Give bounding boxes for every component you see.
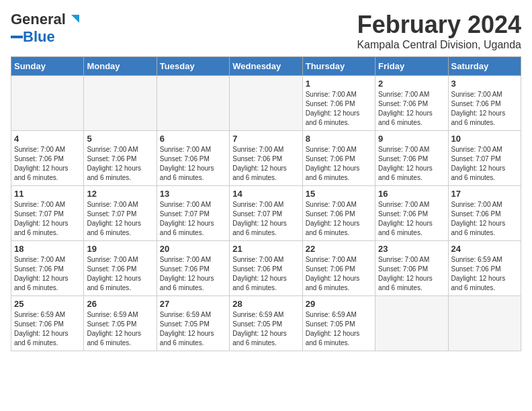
calendar-day-cell: 20Sunrise: 7:00 AM Sunset: 7:06 PM Dayli…	[157, 241, 229, 296]
day-info: Sunrise: 7:00 AM Sunset: 7:06 PM Dayligh…	[232, 145, 299, 183]
day-number: 29	[306, 299, 372, 309]
day-number: 14	[232, 189, 299, 199]
logo-icon	[66, 12, 81, 27]
day-info: Sunrise: 7:00 AM Sunset: 7:06 PM Dayligh…	[160, 145, 226, 183]
day-number: 27	[160, 299, 226, 309]
day-number: 25	[14, 299, 81, 309]
day-info: Sunrise: 7:00 AM Sunset: 7:06 PM Dayligh…	[14, 145, 81, 183]
calendar-day-cell: 18Sunrise: 7:00 AM Sunset: 7:06 PM Dayli…	[11, 241, 84, 296]
calendar-day-cell: 29Sunrise: 6:59 AM Sunset: 7:05 PM Dayli…	[302, 296, 375, 351]
day-number: 4	[14, 134, 81, 144]
calendar-header-saturday: Saturday	[448, 57, 521, 76]
calendar-header-sunday: Sunday	[11, 57, 84, 76]
day-number: 17	[451, 189, 518, 199]
calendar-day-cell: 14Sunrise: 7:00 AM Sunset: 7:07 PM Dayli…	[230, 186, 302, 241]
day-info: Sunrise: 7:00 AM Sunset: 7:06 PM Dayligh…	[378, 90, 445, 128]
calendar-header-monday: Monday	[84, 57, 157, 76]
calendar-day-cell: 16Sunrise: 7:00 AM Sunset: 7:06 PM Dayli…	[375, 186, 448, 241]
calendar-header-tuesday: Tuesday	[157, 57, 229, 76]
day-number: 13	[160, 189, 226, 199]
calendar-day-cell	[230, 76, 302, 131]
day-info: Sunrise: 6:59 AM Sunset: 7:05 PM Dayligh…	[160, 310, 226, 348]
day-info: Sunrise: 7:00 AM Sunset: 7:06 PM Dayligh…	[87, 255, 153, 293]
day-number: 5	[87, 134, 153, 144]
svg-marker-0	[71, 15, 79, 23]
day-number: 18	[14, 244, 81, 254]
day-number: 21	[232, 244, 299, 254]
calendar-header-row: SundayMondayTuesdayWednesdayThursdayFrid…	[11, 57, 521, 76]
day-info: Sunrise: 7:00 AM Sunset: 7:07 PM Dayligh…	[87, 200, 153, 238]
day-info: Sunrise: 7:00 AM Sunset: 7:06 PM Dayligh…	[451, 90, 518, 128]
calendar-day-cell: 17Sunrise: 7:00 AM Sunset: 7:06 PM Dayli…	[448, 186, 521, 241]
day-number: 1	[306, 79, 372, 89]
day-info: Sunrise: 7:00 AM Sunset: 7:06 PM Dayligh…	[14, 255, 81, 293]
day-number: 8	[306, 134, 372, 144]
calendar-header-friday: Friday	[375, 57, 448, 76]
day-number: 3	[451, 79, 518, 89]
day-info: Sunrise: 6:59 AM Sunset: 7:05 PM Dayligh…	[232, 310, 299, 348]
day-number: 12	[87, 189, 153, 199]
day-number: 22	[306, 244, 372, 254]
calendar-day-cell: 4Sunrise: 7:00 AM Sunset: 7:06 PM Daylig…	[11, 131, 84, 186]
day-info: Sunrise: 7:00 AM Sunset: 7:07 PM Dayligh…	[160, 200, 226, 238]
day-number: 28	[232, 299, 299, 309]
calendar-header-thursday: Thursday	[302, 57, 375, 76]
day-info: Sunrise: 7:00 AM Sunset: 7:06 PM Dayligh…	[87, 145, 153, 183]
calendar-day-cell	[375, 296, 448, 351]
day-info: Sunrise: 6:59 AM Sunset: 7:06 PM Dayligh…	[451, 255, 518, 293]
day-info: Sunrise: 7:00 AM Sunset: 7:07 PM Dayligh…	[451, 145, 518, 183]
day-number: 23	[378, 244, 445, 254]
calendar-week-row: 4Sunrise: 7:00 AM Sunset: 7:06 PM Daylig…	[11, 131, 521, 186]
page-subtitle: Kampala Central Division, Uganda	[357, 39, 521, 51]
calendar-week-row: 25Sunrise: 6:59 AM Sunset: 7:06 PM Dayli…	[11, 296, 521, 351]
day-info: Sunrise: 7:00 AM Sunset: 7:06 PM Dayligh…	[451, 200, 518, 238]
day-info: Sunrise: 7:00 AM Sunset: 7:06 PM Dayligh…	[306, 90, 372, 128]
day-number: 26	[87, 299, 153, 309]
day-number: 10	[451, 134, 518, 144]
calendar-header-wednesday: Wednesday	[230, 57, 302, 76]
calendar-day-cell: 12Sunrise: 7:00 AM Sunset: 7:07 PM Dayli…	[84, 186, 157, 241]
day-info: Sunrise: 6:59 AM Sunset: 7:05 PM Dayligh…	[306, 310, 372, 348]
calendar-week-row: 1Sunrise: 7:00 AM Sunset: 7:06 PM Daylig…	[11, 76, 521, 131]
calendar-day-cell	[448, 296, 521, 351]
day-number: 24	[451, 244, 518, 254]
day-number: 11	[14, 189, 81, 199]
day-info: Sunrise: 6:59 AM Sunset: 7:05 PM Dayligh…	[87, 310, 153, 348]
day-info: Sunrise: 6:59 AM Sunset: 7:06 PM Dayligh…	[14, 310, 81, 348]
day-number: 16	[378, 189, 445, 199]
day-number: 6	[160, 134, 226, 144]
calendar-day-cell: 24Sunrise: 6:59 AM Sunset: 7:06 PM Dayli…	[448, 241, 521, 296]
logo-general: General	[11, 11, 66, 28]
day-info: Sunrise: 7:00 AM Sunset: 7:06 PM Dayligh…	[160, 255, 226, 293]
logo-blue: Blue	[23, 28, 55, 46]
day-info: Sunrise: 7:00 AM Sunset: 7:06 PM Dayligh…	[232, 255, 299, 293]
calendar-day-cell: 10Sunrise: 7:00 AM Sunset: 7:07 PM Dayli…	[448, 131, 521, 186]
calendar-day-cell: 8Sunrise: 7:00 AM Sunset: 7:06 PM Daylig…	[302, 131, 375, 186]
calendar-day-cell: 9Sunrise: 7:00 AM Sunset: 7:06 PM Daylig…	[375, 131, 448, 186]
calendar-day-cell: 1Sunrise: 7:00 AM Sunset: 7:06 PM Daylig…	[302, 76, 375, 131]
logo: General Blue	[11, 11, 81, 46]
calendar-day-cell: 26Sunrise: 6:59 AM Sunset: 7:05 PM Dayli…	[84, 296, 157, 351]
calendar-day-cell: 21Sunrise: 7:00 AM Sunset: 7:06 PM Dayli…	[230, 241, 302, 296]
day-info: Sunrise: 7:00 AM Sunset: 7:06 PM Dayligh…	[378, 200, 445, 238]
calendar-day-cell: 11Sunrise: 7:00 AM Sunset: 7:07 PM Dayli…	[11, 186, 84, 241]
calendar-day-cell: 5Sunrise: 7:00 AM Sunset: 7:06 PM Daylig…	[84, 131, 157, 186]
day-number: 2	[378, 79, 445, 89]
calendar-day-cell: 7Sunrise: 7:00 AM Sunset: 7:06 PM Daylig…	[230, 131, 302, 186]
day-number: 9	[378, 134, 445, 144]
calendar-day-cell: 22Sunrise: 7:00 AM Sunset: 7:06 PM Dayli…	[302, 241, 375, 296]
calendar-day-cell: 3Sunrise: 7:00 AM Sunset: 7:06 PM Daylig…	[448, 76, 521, 131]
calendar-day-cell: 15Sunrise: 7:00 AM Sunset: 7:06 PM Dayli…	[302, 186, 375, 241]
calendar-week-row: 18Sunrise: 7:00 AM Sunset: 7:06 PM Dayli…	[11, 241, 521, 296]
calendar-day-cell: 27Sunrise: 6:59 AM Sunset: 7:05 PM Dayli…	[157, 296, 229, 351]
day-info: Sunrise: 7:00 AM Sunset: 7:06 PM Dayligh…	[306, 145, 372, 183]
calendar-day-cell	[11, 76, 84, 131]
day-info: Sunrise: 7:00 AM Sunset: 7:06 PM Dayligh…	[306, 255, 372, 293]
page-title: February 2024	[357, 11, 521, 39]
day-number: 7	[232, 134, 299, 144]
day-info: Sunrise: 7:00 AM Sunset: 7:06 PM Dayligh…	[378, 255, 445, 293]
calendar-day-cell	[157, 76, 229, 131]
calendar-day-cell: 13Sunrise: 7:00 AM Sunset: 7:07 PM Dayli…	[157, 186, 229, 241]
calendar-day-cell: 2Sunrise: 7:00 AM Sunset: 7:06 PM Daylig…	[375, 76, 448, 131]
calendar-day-cell: 25Sunrise: 6:59 AM Sunset: 7:06 PM Dayli…	[11, 296, 84, 351]
